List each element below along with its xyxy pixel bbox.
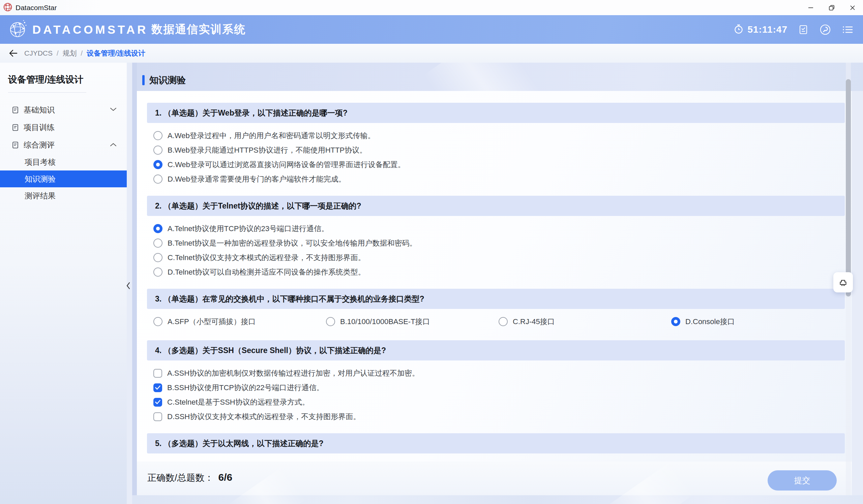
question-card: 5. （多选题）关于以太网线，以下描述正确的是?: [147, 433, 845, 462]
breadcrumb-item-current: 设备管理/连线设计: [87, 49, 145, 58]
page-heading: 知识测验: [142, 74, 186, 86]
sidebar-subitem[interactable]: 项目考核: [0, 154, 127, 170]
document-icon: [11, 141, 19, 149]
option-row[interactable]: D.SSH协议仅支持文本模式的远程登录，不支持图形界面。: [153, 409, 845, 424]
checkbox-checked-icon[interactable]: [153, 398, 162, 406]
option-label: D.Console接口: [685, 317, 735, 327]
option-row[interactable]: D.Web登录通常需要使用专门的客户端软件才能完成。: [153, 172, 845, 186]
question-options: A.SFP（小型可插拔）接口B.10/100/1000BASE-T接口C.RJ-…: [147, 309, 845, 340]
bottom-decor-strip: [132, 495, 863, 504]
sidebar-menu: 基础知识项目训练综合测评项目考核知识测验测评结果: [0, 101, 127, 204]
option-row[interactable]: A.SFP（小型可插拔）接口: [153, 314, 326, 329]
radio-checked-icon[interactable]: [153, 160, 162, 169]
close-button[interactable]: [842, 0, 863, 15]
option-label: D.Web登录通常需要使用专门的客户端软件才能完成。: [167, 174, 346, 184]
option-label: C.Stelnet是基于SSH协议的远程登录方式。: [167, 397, 310, 407]
maximize-button[interactable]: [821, 0, 842, 15]
option-row[interactable]: A.Telnet协议使用TCP协议的23号端口进行通信。: [153, 221, 845, 236]
option-label: C.Telnet协议仅支持文本模式的远程登录，不支持图形界面。: [167, 253, 365, 263]
breadcrumb-item-cjydcs[interactable]: CJYDCS: [24, 49, 53, 57]
question-options: [147, 453, 845, 462]
radio-unchecked-icon[interactable]: [153, 268, 162, 276]
sidebar-subitem-active[interactable]: 知识测验: [0, 170, 127, 187]
quiz-panel: 1. （单选题）关于Web登录，以下描述正确的是哪一项?A.Web登录过程中，用…: [137, 91, 852, 462]
radio-checked-icon[interactable]: [671, 317, 680, 326]
option-row[interactable]: A.SSH协议的加密机制仅对数据传输过程进行加密，对用户认证过程不加密。: [153, 366, 845, 380]
score: 正确数/总题数： 6/6: [147, 471, 232, 484]
app-window: DatacomStar: [0, 0, 863, 504]
option-row[interactable]: C.Stelnet是基于SSH协议的远程登录方式。: [153, 395, 845, 409]
radio-unchecked-icon[interactable]: [153, 253, 162, 262]
question-card: 3. （单选题）在常见的交换机中，以下哪种接口不属于交换机的业务接口类型?A.S…: [147, 289, 845, 340]
question-header: 1. （单选题）关于Web登录，以下描述正确的是哪一项?: [147, 103, 845, 123]
sidebar-collapse-handle[interactable]: [123, 276, 133, 295]
option-row[interactable]: B.SSH协议使用TCP协议的22号端口进行通信。: [153, 380, 845, 395]
option-label: B.Telnet协议是一种加密的远程登录协议，可以安全地传输用户数据和密码。: [167, 238, 417, 248]
radio-unchecked-icon[interactable]: [153, 175, 162, 184]
question-card: 2. （单选题）关于Telnet协议的描述，以下哪一项是正确的?A.Telnet…: [147, 196, 845, 289]
question-card: 1. （单选题）关于Web登录，以下描述正确的是哪一项?A.Web登录过程中，用…: [147, 103, 845, 196]
option-row[interactable]: B.Web登录只能通过HTTPS协议进行，不能使用HTTP协议。: [153, 143, 845, 157]
breadcrumb-separator: /: [57, 50, 59, 57]
option-label: A.SFP（小型可插拔）接口: [167, 317, 256, 327]
sidebar-subitem[interactable]: 测评结果: [0, 187, 127, 204]
sidebar: 设备管理/连线设计 基础知识项目训练综合测评项目考核知识测验测评结果: [0, 63, 127, 504]
document-icon: [11, 106, 19, 114]
radio-unchecked-icon[interactable]: [326, 317, 335, 326]
report-icon-button[interactable]: [798, 24, 809, 35]
question-options: A.SSH协议的加密机制仅对数据传输过程进行加密，对用户认证过程不加密。B.SS…: [147, 361, 845, 433]
radio-unchecked-icon[interactable]: [153, 145, 162, 155]
breadcrumb-item-planning[interactable]: 规划: [63, 49, 77, 58]
checkbox-unchecked-icon[interactable]: [153, 412, 162, 421]
submit-button[interactable]: 提交: [767, 470, 837, 491]
checkbox-unchecked-icon[interactable]: [153, 369, 162, 378]
option-row[interactable]: D.Console接口: [671, 314, 844, 329]
header-actions: 51:11:47: [733, 24, 854, 36]
option-label: C.RJ-45接口: [513, 317, 555, 327]
question-options: A.Telnet协议使用TCP协议的23号端口进行通信。B.Telnet协议是一…: [147, 216, 845, 289]
sidebar-subitem-label: 测评结果: [25, 191, 55, 201]
menu-list-icon-button[interactable]: [841, 24, 854, 35]
window-title: DatacomStar: [15, 4, 57, 12]
option-label: A.SSH协议的加密机制仅对数据传输过程进行加密，对用户认证过程不加密。: [167, 368, 420, 378]
app-logo-icon: [3, 2, 13, 13]
radio-checked-icon[interactable]: [153, 224, 162, 233]
question-header: 5. （多选题）关于以太网线，以下描述正确的是?: [147, 433, 845, 453]
radio-unchecked-icon[interactable]: [153, 317, 162, 326]
stopwatch-icon: [733, 24, 744, 36]
breadcrumb-separator: /: [81, 50, 83, 57]
sidebar-item[interactable]: 基础知识: [0, 101, 127, 119]
floating-brush-button[interactable]: [833, 272, 853, 293]
checkbox-checked-icon[interactable]: [153, 384, 162, 392]
sidebar-item[interactable]: 综合测评: [0, 136, 127, 154]
radio-unchecked-icon[interactable]: [153, 131, 162, 140]
option-row[interactable]: A.Web登录过程中，用户的用户名和密码通常以明文形式传输。: [153, 128, 845, 143]
option-label: D.Telnet协议可以自动检测并适应不同设备的操作系统类型。: [167, 267, 365, 277]
option-row[interactable]: C.Web登录可以通过浏览器直接访问网络设备的管理界面进行设备配置。: [153, 157, 845, 172]
timer-value: 51:11:47: [747, 24, 788, 35]
option-row[interactable]: B.Telnet协议是一种加密的远程登录协议，可以安全地传输用户数据和密码。: [153, 236, 845, 250]
page-title: 知识测验: [149, 74, 186, 86]
tools-icon-button[interactable]: [819, 24, 831, 36]
brand-wordmark: DATACOMSTAR: [32, 23, 148, 36]
question-header: 4. （多选题）关于SSH（Secure Shell）协议，以下描述正确的是?: [147, 340, 845, 361]
radio-unchecked-icon[interactable]: [153, 238, 162, 248]
radio-unchecked-icon[interactable]: [499, 317, 508, 326]
content-header-zone: 知识测验: [137, 63, 863, 91]
chevron-down-icon: [110, 107, 117, 112]
option-row[interactable]: C.RJ-45接口: [499, 314, 671, 329]
option-row[interactable]: C.Telnet协议仅支持文本模式的远程登录，不支持图形界面。: [153, 250, 845, 265]
question-options: A.Web登录过程中，用户的用户名和密码通常以明文形式传输。B.Web登录只能通…: [147, 123, 845, 196]
scrollbar-thumb[interactable]: [846, 79, 851, 296]
timer: 51:11:47: [733, 24, 788, 36]
minimize-button[interactable]: [800, 0, 821, 15]
option-row[interactable]: B.10/100/1000BASE-T接口: [326, 314, 499, 329]
sidebar-item[interactable]: 项目训练: [0, 119, 127, 136]
sidebar-item-label: 综合测评: [24, 140, 54, 150]
option-row[interactable]: D.Telnet协议可以自动检测并适应不同设备的操作系统类型。: [153, 265, 845, 279]
question-card: 4. （多选题）关于SSH（Secure Shell）协议，以下描述正确的是?A…: [147, 340, 845, 433]
back-button[interactable]: [9, 49, 17, 57]
app-header: DATACOMSTAR 数据通信实训系统 51:11:47: [0, 15, 863, 44]
option-label: C.Web登录可以通过浏览器直接访问网络设备的管理界面进行设备配置。: [167, 160, 405, 170]
document-icon: [11, 124, 19, 131]
